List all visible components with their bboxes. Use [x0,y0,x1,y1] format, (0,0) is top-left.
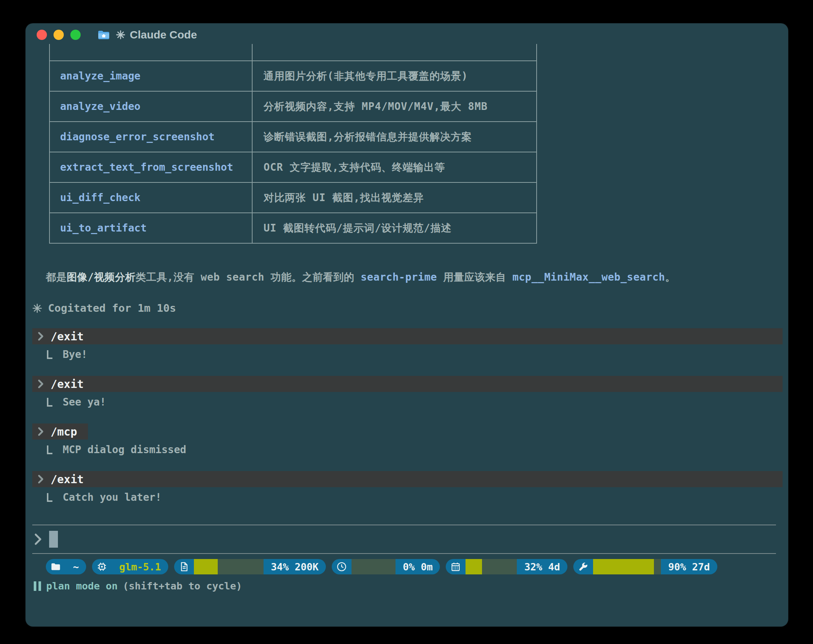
prompt-line[interactable] [33,530,58,549]
message-text: 用量应该来自 [437,271,512,283]
calendar-icon [451,561,461,572]
spinner-asterisk-icon [32,303,42,313]
zoom-button[interactable] [71,30,81,40]
output-corner-icon [47,350,52,359]
folder-icon [51,561,61,572]
status-badge: glm-5.1 [92,559,168,574]
badge-progress-fill [465,559,482,574]
output-corner-icon [47,445,52,454]
message-text: 。 [665,271,675,283]
command-text: /exit [51,330,84,343]
table-row: extract_text_from_screenshot OCR 文字提取,支持… [50,151,536,182]
home-folder-icon [98,30,110,40]
badge-label: 34% 200K [264,559,326,574]
wrench-icon [578,561,588,572]
tool-name-cell [50,44,253,60]
tool-desc-cell: 诊断错误截图,分析报错信息并提供解决方案 [253,122,536,151]
prompt-chevron-icon [37,331,45,341]
table-row: analyze_image 通用图片分析(非其他专用工具覆盖的场景) [50,60,536,91]
table-row: diagnose_error_screenshot 诊断错误截图,分析报错信息并… [50,121,536,151]
terminal-window: Claude Code analyze_image 通用图片分析(非其他专用工具… [26,23,788,626]
output-corner-icon [47,493,52,502]
message-text: 类工具,没有 web search 功能。之前看到的 [136,271,360,283]
badge-progress-fill [593,559,654,574]
badge-progress-track [465,559,517,574]
tool-desc-cell: 分析视频内容,支持 MP4/MOV/M4V,最大 8MB [253,92,536,121]
table-row: analyze_video 分析视频内容,支持 MP4/MOV/M4V,最大 8… [50,91,536,121]
input-separator-top [32,525,776,525]
tool-name-cell: extract_text_from_screenshot [50,152,253,182]
asterisk-icon [116,30,125,40]
command-history: /exit Bye! /exit [26,328,788,519]
tool-name-cell: diagnose_error_screenshot [50,122,253,151]
thinking-status: Cogitated for 1m 10s [32,302,176,314]
tool-desc-cell: 对比两张 UI 截图,找出视觉差异 [253,183,536,213]
prompt-chevron-icon [37,474,45,484]
command-group: /mcp MCP dialog dismissed [26,424,788,456]
assistant-message: 都是图像/视频分析类工具,没有 web search 功能。之前看到的 sear… [46,270,775,284]
tool-desc-cell [253,44,536,60]
command-group: /exit Catch you later! [26,471,788,503]
command-text: /mcp [51,425,77,438]
command-output: MCP dialog dismissed [47,444,788,456]
output-text: Catch you later! [63,491,162,503]
prompt-chevron-icon [37,427,45,437]
window-controls [37,30,81,40]
tool-name-cell: ui_diff_check [50,183,253,213]
tool-desc-cell: OCR 文字提取,支持代码、终端输出等 [253,152,536,182]
output-corner-icon [47,398,52,407]
mode-hint: (shift+tab to cycle) [123,580,242,592]
tool-name-cell: analyze_image [50,61,253,91]
status-badge: ~ [46,559,86,574]
prompt-cursor[interactable] [49,531,58,548]
command-text: /exit [51,378,84,390]
command-group: /exit See ya! [26,376,788,408]
close-button[interactable] [37,30,47,40]
thinking-label: Cogitated for 1m 10s [48,302,176,314]
window-title: Claude Code [130,29,197,41]
badge-progress-track [194,559,264,574]
mode-label: plan mode on [46,580,118,592]
command-bar: /exit [32,328,782,344]
output-text: See ya! [63,396,106,408]
message-code-text: search-prime [360,271,437,283]
table-row: ui_diff_check 对比两张 UI 截图,找出视觉差异 [50,182,536,213]
badge-label: 32% 4d [517,559,568,574]
chip-icon [97,561,107,572]
badge-label: ~ [66,559,86,574]
message-text: 都是 [46,271,67,283]
table-row: ui_to_artifact UI 截图转代码/提示词/设计规范/描述 [50,213,536,243]
tool-name-cell: ui_to_artifact [50,213,253,243]
tool-name-cell: analyze_video [50,92,253,121]
status-badge: 34% 200K [174,559,326,574]
output-text: Bye! [63,348,87,361]
badge-progress-fill [194,559,218,574]
titlebar: Claude Code [26,23,788,46]
command-bar: /exit [32,471,782,487]
command-bar: /exit [32,376,782,392]
prompt-chevron-icon [33,533,43,545]
status-badge: 0% 0m [332,559,440,574]
command-output: See ya! [47,396,788,408]
minimize-button[interactable] [54,30,64,40]
table-row-cutoff [50,44,536,60]
document-icon [179,561,189,572]
status-badge: 90% 27d [573,559,717,574]
badge-progress-track [593,559,661,574]
badge-label: 90% 27d [661,559,717,574]
input-separator-bottom [32,553,776,554]
command-output: Bye! [47,349,788,361]
tool-desc-cell: 通用图片分析(非其他专用工具覆盖的场景) [253,61,536,91]
output-text: MCP dialog dismissed [63,444,186,456]
message-code-text: mcp__MiniMax__web_search [512,271,665,283]
command-bar: /mcp [32,424,88,440]
status-badge: 32% 4d [446,559,568,574]
badge-progress-track [351,559,396,574]
message-bold-text: 图像/视频分析 [67,271,136,283]
pause-icon [34,581,41,591]
table-rows: analyze_image 通用图片分析(非其他专用工具覆盖的场景) analy… [50,60,536,243]
badge-label: 0% 0m [396,559,440,574]
command-output: Catch you later! [47,492,788,503]
tools-table: analyze_image 通用图片分析(非其他专用工具覆盖的场景) analy… [49,44,537,243]
command-group: /exit Bye! [26,328,788,361]
